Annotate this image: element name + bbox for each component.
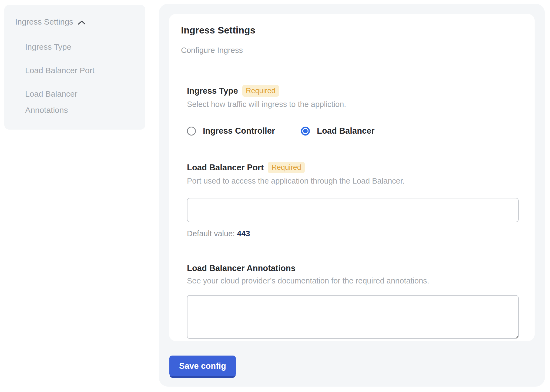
required-badge: Required bbox=[242, 85, 279, 97]
settings-panel: Ingress Settings Configure Ingress Ingre… bbox=[159, 4, 545, 387]
sidebar-section-label: Ingress Settings bbox=[15, 17, 73, 26]
default-value: 443 bbox=[237, 229, 250, 238]
field-label-ingress-type: Ingress Type bbox=[187, 86, 238, 96]
page-subtitle: Configure Ingress bbox=[181, 46, 523, 55]
radio-label-load-balancer: Load Balancer bbox=[317, 126, 375, 136]
sidebar-item-load-balancer-annotations[interactable]: Load Balancer Annotations bbox=[25, 86, 114, 118]
sidebar-item-ingress-type[interactable]: Ingress Type bbox=[25, 39, 114, 55]
field-load-balancer-annotations: Load Balancer Annotations See your cloud… bbox=[187, 263, 523, 339]
default-value-row: Default value:443 bbox=[187, 229, 523, 238]
field-label-load-balancer-port: Load Balancer Port bbox=[187, 163, 264, 173]
page: Ingress Settings Ingress Type Load Balan… bbox=[0, 0, 550, 392]
field-description-load-balancer-annotations: See your cloud provider’s documentation … bbox=[187, 276, 523, 285]
default-value-label: Default value: bbox=[187, 229, 235, 238]
radio-option-ingress-controller[interactable]: Ingress Controller bbox=[187, 126, 275, 136]
ingress-type-radio-group: Ingress Controller Load Balancer bbox=[187, 126, 523, 136]
sidebar-nav: Ingress Type Load Balancer Port Load Bal… bbox=[25, 39, 135, 118]
field-ingress-type: Ingress Type Required Select how traffic… bbox=[187, 85, 523, 136]
settings-card: Ingress Settings Configure Ingress Ingre… bbox=[169, 14, 535, 341]
required-badge: Required bbox=[268, 162, 305, 173]
page-title: Ingress Settings bbox=[181, 25, 523, 36]
chevron-up-icon bbox=[78, 20, 86, 25]
field-description-load-balancer-port: Port used to access the application thro… bbox=[187, 177, 523, 185]
sidebar-item-load-balancer-port[interactable]: Load Balancer Port bbox=[25, 62, 114, 79]
save-config-button[interactable]: Save config bbox=[169, 356, 236, 376]
field-load-balancer-port: Load Balancer Port Required Port used to… bbox=[187, 162, 523, 238]
sidebar-section-ingress-settings[interactable]: Ingress Settings bbox=[15, 17, 135, 26]
radio-icon bbox=[301, 127, 310, 136]
load-balancer-port-input[interactable] bbox=[187, 198, 519, 222]
sidebar: Ingress Settings Ingress Type Load Balan… bbox=[4, 5, 145, 130]
radio-label-ingress-controller: Ingress Controller bbox=[203, 126, 275, 136]
load-balancer-annotations-textarea[interactable] bbox=[187, 295, 519, 339]
radio-icon bbox=[187, 127, 196, 136]
radio-option-load-balancer[interactable]: Load Balancer bbox=[301, 126, 375, 136]
field-label-load-balancer-annotations: Load Balancer Annotations bbox=[187, 263, 296, 273]
field-description-ingress-type: Select how traffic will ingress to the a… bbox=[187, 100, 523, 109]
